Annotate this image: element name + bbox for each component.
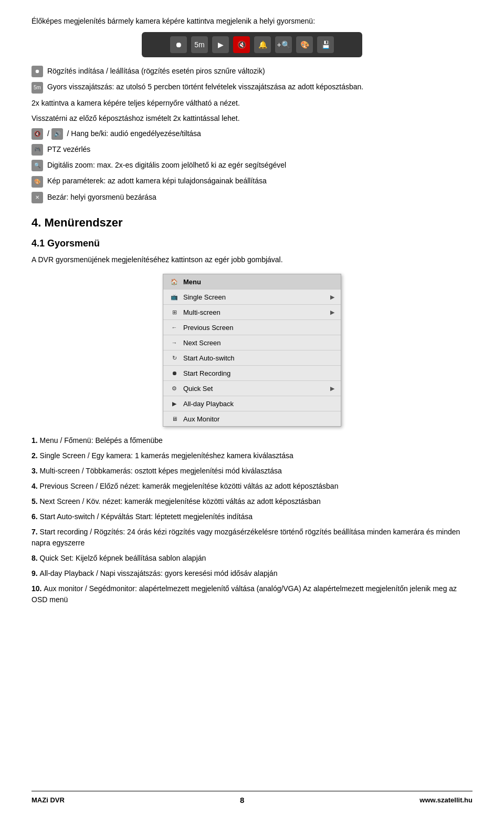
toolbar-icon-5: 🔔 [254, 36, 271, 53]
list-item-7: Start recording / Rögzítés: 24 órás kézi… [32, 527, 472, 549]
bullet-3: 2x kattintva a kamera képére teljes képe… [32, 98, 472, 109]
list-item-9: All-day Playback / Napi visszajátszás: g… [32, 568, 472, 579]
menu-label-multi-screen: Multi-screen [183, 308, 326, 316]
menu-label-allday-playback: All-day Playback [183, 400, 334, 408]
menu-label-single-screen: Single Screen [183, 293, 326, 301]
menu-auto-icon: ↻ [170, 353, 179, 363]
bullet-7: 🔍 Digitális zoom: max. 2x-es digitális z… [32, 160, 472, 171]
bullet-9: ✕ Bezár: helyi gyorsmenü bezárása [32, 192, 472, 203]
menu-item-multi-screen: ⊞ Multi-screen ▶ [163, 305, 341, 320]
footer-page-number: 8 [240, 796, 244, 804]
toolbar-icon-7: 🎨 [296, 36, 313, 53]
menu-item-quick-set: ⚙ Quick Set ▶ [163, 381, 341, 396]
menu-quickset-icon: ⚙ [170, 384, 179, 393]
list-item-6: Start Auto-switch / Képváltás Start: lép… [32, 511, 472, 522]
bullet-5: 🔇 / 🔊 / Hang be/ki: audió engedélyezése/… [32, 128, 472, 140]
menu-single-icon: 📺 [170, 292, 179, 302]
list-item-3: Multi-screen / Többkamerás: osztott képe… [32, 466, 472, 477]
list-item-5: Next Screen / Köv. nézet: kamerák megjel… [32, 496, 472, 507]
menu-item-auto-switch: ↻ Start Auto-switch [163, 350, 341, 366]
zoom-icon: 🔍 [32, 160, 43, 171]
menu-arrow-multi: ▶ [330, 309, 334, 316]
menu-item-next-screen: → Next Screen [163, 335, 341, 350]
menu-item-menu: 🏠 Menu [163, 274, 341, 290]
bullet-8: 🎨 Kép paraméterek: az adott kamera képi … [32, 176, 472, 187]
menu-item-aux-monitor: 🖥 Aux Monitor [163, 411, 341, 426]
list-item-8: Quick Set: Kijelző képnek beállítása sab… [32, 553, 472, 564]
menu-aux-icon: 🖥 [170, 414, 179, 424]
close-icon: ✕ [32, 192, 43, 203]
bullet-4: Visszatérni az előző képosztáshoz isméte… [32, 113, 472, 124]
menu-next-icon: → [170, 338, 179, 347]
menu-label-aux-monitor: Aux Monitor [183, 415, 334, 423]
main-content: Élőképes megjelenítés bármely kamera kép… [32, 16, 472, 605]
toolbar-icon-8: 💾 [317, 36, 334, 53]
menu-item-single-screen: 📺 Single Screen ▶ [163, 290, 341, 305]
numbered-list: Menu / Főmenü: Belépés a főmenübe Single… [32, 435, 472, 605]
toolbar-icon-1: ⏺ [170, 36, 187, 53]
toolbar-icon-2: 5m [191, 36, 208, 53]
bullet-2: 5m Gyors visszajátszás: az utolsó 5 perc… [32, 81, 472, 93]
page-footer: MAZi DVR 8 www.szatellit.hu [32, 791, 472, 804]
menu-label-start-recording: Start Recording [183, 369, 334, 377]
list-item-1: Menu / Főmenü: Belépés a főmenübe [32, 435, 472, 446]
menu-playback-icon: ▶ [170, 399, 179, 408]
menu-prev-icon: ← [170, 323, 179, 332]
menu-label-menu: Menu [183, 278, 334, 286]
bullet-6: 🎮 PTZ vezérlés [32, 144, 472, 156]
menu-label-previous-screen: Previous Screen [183, 324, 334, 332]
toolbar-icon-6: +🔍 [275, 36, 292, 53]
menu-item-allday-playback: ▶ All-day Playback [163, 396, 341, 411]
context-menu: 🏠 Menu 📺 Single Screen ▶ ⊞ Multi-screen … [163, 274, 341, 427]
menu-arrow-single: ▶ [330, 294, 334, 301]
menu-home-icon: 🏠 [170, 277, 179, 286]
replay-icon: 5m [32, 82, 43, 94]
menu-item-previous-screen: ← Previous Screen [163, 320, 341, 335]
list-item-10: Aux monitor / Segédmonitor: alapértelmez… [32, 583, 472, 605]
footer-website: www.szatellit.hu [419, 796, 472, 804]
toolbar-image: ⏺ 5m ▶ 🔇 🔔 +🔍 🎨 💾 [142, 32, 362, 57]
sound-icon: 🔊 [51, 128, 63, 140]
menu-label-next-screen: Next Screen [183, 339, 334, 347]
section4-heading: 4. Menürendszer [32, 216, 472, 230]
mute-icon: 🔇 [32, 128, 43, 140]
params-icon: 🎨 [32, 176, 43, 188]
menu-multi-icon: ⊞ [170, 307, 179, 317]
menu-item-start-recording: ⏺ Start Recording [163, 366, 341, 381]
footer-brand: MAZi DVR [32, 796, 65, 804]
record-icon: ⏺ [32, 66, 43, 77]
list-item-2: Single Screen / Egy kamera: 1 kamerás me… [32, 450, 472, 461]
section41-heading: 4.1 Gyorsmenü [32, 238, 472, 249]
menu-label-quick-set: Quick Set [183, 385, 326, 393]
list-item-4: Previous Screen / Előző nézet: kamerák m… [32, 481, 472, 492]
toolbar-icon-4: 🔇 [233, 36, 250, 53]
ptz-icon: 🎮 [32, 144, 43, 156]
menu-record-icon: ⏺ [170, 368, 179, 378]
toolbar-icon-3: ▶ [212, 36, 229, 53]
menu-label-auto-switch: Start Auto-switch [183, 354, 334, 362]
menu-arrow-quick: ▶ [330, 385, 334, 392]
bullet-1: ⏺ Rögzítés indítása / leállítása (rögzít… [32, 66, 472, 77]
gyorsmenu-description: A DVR gyorsmenüjének megjelenítéséhez ka… [32, 254, 472, 265]
intro-paragraph: Élőképes megjelenítés bármely kamera kép… [32, 16, 472, 27]
